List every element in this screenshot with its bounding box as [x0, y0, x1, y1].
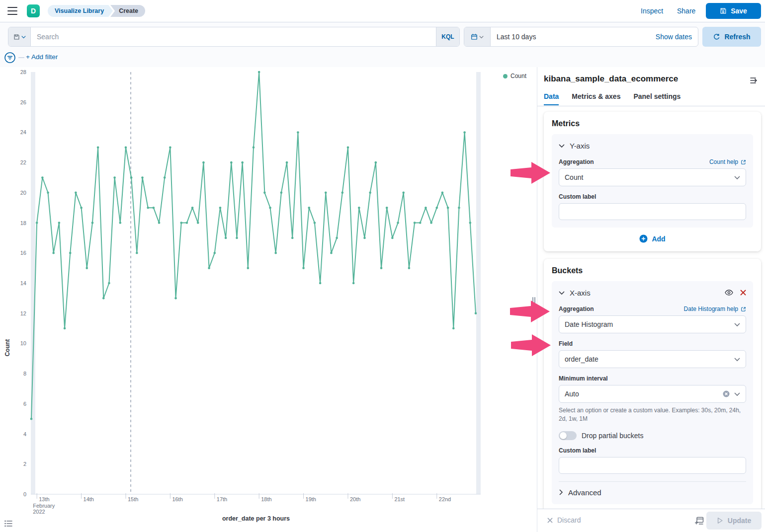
index-pattern-title: kibana_sample_data_ecommerce — [544, 74, 678, 84]
x-axis-accordion: X-axis Aggregation — [552, 281, 753, 504]
menu-icon[interactable] — [7, 7, 17, 15]
clear-icon[interactable] — [723, 390, 730, 397]
svg-text:22nd: 22nd — [439, 496, 451, 502]
space-avatar[interactable]: D — [27, 4, 40, 17]
minimum-interval-value: Auto — [565, 390, 579, 398]
chevron-down-icon[interactable] — [559, 291, 565, 295]
legend-label: Count — [510, 73, 526, 79]
svg-text:19th: 19th — [306, 496, 316, 502]
filter-icon — [4, 52, 16, 64]
custom-label-label: Custom label — [559, 447, 596, 454]
metrics-card: Metrics Y-axis Aggregation Count help — [544, 112, 761, 251]
date-histogram-help-link[interactable]: Date Histogram help — [684, 305, 746, 312]
show-dates-link[interactable]: Show dates — [656, 27, 698, 46]
svg-text:18: 18 — [20, 220, 26, 226]
add-metric-label: Add — [652, 235, 665, 243]
svg-text:4: 4 — [23, 431, 26, 437]
kql-language-button[interactable]: KQL — [436, 27, 459, 46]
x-axis-accordion-label[interactable]: X-axis — [570, 289, 591, 297]
chevron-down-icon — [734, 357, 740, 362]
remove-bucket-icon[interactable] — [740, 290, 746, 296]
update-label: Update — [728, 517, 751, 525]
add-filter-link[interactable]: + Add filter — [26, 53, 58, 61]
tab-data[interactable]: Data — [544, 92, 559, 105]
drop-partial-buckets-toggle[interactable] — [559, 431, 577, 440]
list-icon — [3, 518, 14, 529]
metric-aggregation-value: Count — [565, 173, 583, 181]
chevron-down-icon — [734, 322, 740, 327]
buckets-card: Buckets X-axis — [544, 259, 761, 528]
save-button[interactable]: Save — [706, 3, 761, 19]
bucket-custom-label-input[interactable] — [559, 457, 746, 474]
panel-resizer-handle[interactable] — [532, 297, 536, 305]
filter-set-menu-button[interactable] — [4, 52, 16, 64]
field-select[interactable]: order_date — [559, 350, 746, 368]
advanced-accordion-toggle[interactable]: Advanced — [559, 481, 746, 497]
svg-text:28: 28 — [20, 69, 26, 75]
advanced-label: Advanced — [568, 488, 601, 497]
toggle-editor-preview-icon[interactable] — [694, 516, 704, 526]
svg-text:17th: 17th — [217, 496, 227, 502]
svg-text:16th: 16th — [172, 496, 182, 502]
svg-text:16: 16 — [20, 250, 26, 256]
refresh-button[interactable]: Refresh — [702, 27, 761, 47]
external-link-icon — [741, 306, 746, 312]
time-range-value[interactable]: Last 10 days — [491, 27, 656, 46]
top-header: D Visualize Library Create Inspect Share… — [0, 0, 765, 22]
aggregation-label: Aggregation — [559, 305, 594, 312]
add-metric-button[interactable]: Add — [552, 228, 753, 247]
tab-panel-settings[interactable]: Panel settings — [633, 92, 680, 105]
x-axis-title: order_date per 3 hours — [31, 515, 481, 522]
svg-text:0: 0 — [23, 491, 26, 497]
metrics-heading: Metrics — [552, 119, 753, 128]
metric-custom-label-input[interactable] — [559, 203, 746, 220]
bucket-aggregation-select[interactable]: Date Histogram — [559, 315, 746, 333]
legend-toggle-button[interactable] — [3, 518, 14, 529]
chevron-down-icon — [734, 175, 740, 180]
panel-tabs: Data Metrics & axes Panel settings — [544, 92, 680, 105]
svg-text:12: 12 — [20, 310, 26, 316]
svg-text:February: February — [33, 503, 55, 509]
minimum-interval-label: Minimum interval — [559, 375, 608, 382]
bucket-aggregation-value: Date Histogram — [565, 320, 613, 328]
chevron-down-icon — [21, 35, 26, 39]
save-button-label: Save — [731, 7, 747, 15]
inspect-link[interactable]: Inspect — [641, 7, 663, 15]
discard-button[interactable]: Discard — [547, 516, 581, 524]
breadcrumb-visualize-library[interactable]: Visualize Library — [48, 5, 113, 17]
svg-text:20: 20 — [20, 190, 26, 196]
save-icon — [720, 7, 727, 14]
collapse-panel-icon[interactable] — [749, 76, 759, 85]
update-button[interactable]: Update — [706, 512, 762, 530]
eye-icon[interactable] — [725, 289, 733, 296]
tab-metrics-axes[interactable]: Metrics & axes — [572, 92, 620, 105]
breadcrumb-create: Create — [110, 5, 145, 17]
minimum-interval-combobox[interactable]: Auto — [559, 385, 746, 403]
share-link[interactable]: Share — [677, 7, 695, 15]
svg-text:21st: 21st — [394, 496, 405, 502]
tabs-divider — [537, 106, 765, 106]
date-histogram-help-text: Date Histogram help — [684, 305, 738, 312]
chevron-down-icon[interactable] — [559, 144, 565, 148]
svg-text:13th: 13th — [39, 496, 49, 502]
search-input[interactable] — [31, 27, 436, 46]
chevron-down-icon — [734, 392, 740, 396]
external-link-icon — [741, 159, 746, 165]
kql-label: KQL — [441, 33, 454, 40]
count-help-link[interactable]: Count help — [709, 158, 746, 165]
refresh-label: Refresh — [724, 33, 750, 41]
data-tab-content: Metrics Y-axis Aggregation Count help — [544, 112, 761, 509]
play-icon — [717, 517, 723, 524]
saved-query-menu-button[interactable] — [8, 27, 31, 46]
svg-text:26: 26 — [20, 99, 26, 105]
y-axis-accordion-label[interactable]: Y-axis — [570, 142, 590, 150]
quick-select-menu-button[interactable] — [464, 27, 491, 46]
legend-item-count[interactable]: Count — [503, 73, 526, 79]
line-chart[interactable]: 13thFebruary202214th15th16th17th18th19th… — [0, 67, 536, 532]
editor-side-panel: kibana_sample_data_ecommerce Data Metric… — [537, 67, 765, 532]
svg-text:24: 24 — [20, 129, 26, 135]
buckets-heading: Buckets — [552, 266, 753, 275]
search-bar: KQL — [8, 27, 460, 47]
metric-aggregation-select[interactable]: Count — [559, 168, 746, 186]
svg-text:2: 2 — [23, 461, 26, 467]
